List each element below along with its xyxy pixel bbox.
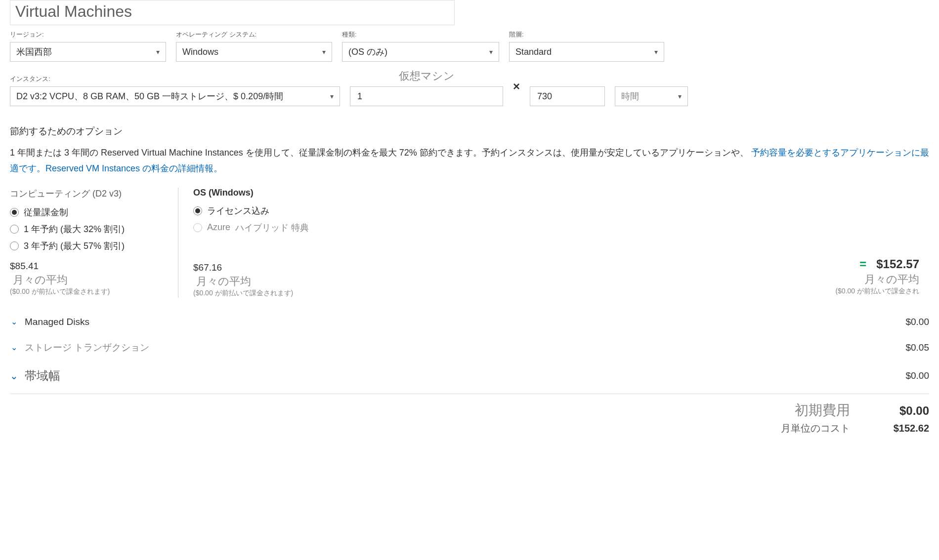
chevron-down-icon: ⌄ (10, 370, 18, 382)
chevron-down-icon: ⌄ (10, 317, 18, 326)
hours-input[interactable] (530, 86, 605, 106)
instance-select[interactable]: D2 v3:2 VCPU、8 GB RAM、50 GB 一時ストレージ、$ 0.… (10, 86, 340, 106)
subtotal-upfront: ($0.00 が前払いで課金され (346, 287, 919, 296)
equals-icon: = (859, 257, 866, 271)
time-unit-value: 時間 (621, 90, 639, 102)
chevron-down-icon: ▾ (678, 92, 682, 100)
acc-bandwidth[interactable]: ⌄ 帯域幅 $0.00 (10, 361, 929, 391)
time-unit-field: 時間 ▾ (615, 86, 688, 106)
radio-icon (10, 208, 19, 217)
compute-title: コンピューティング (D2 v3) (10, 188, 168, 200)
chevron-down-icon: ▾ (330, 92, 334, 100)
os-upfront: ($0.00 が前払いで課金されます) (193, 289, 336, 298)
acc-storage-title: ストレージ トランザクション (25, 341, 149, 354)
vm-count-input-el[interactable] (356, 91, 497, 102)
acc-storage-amount: $0.05 (905, 342, 929, 353)
compute-avg: 月々の平均 (10, 273, 168, 287)
chevron-down-icon: ⌄ (10, 343, 18, 352)
hours-field (530, 86, 605, 106)
os-col-title: OS (Windows) (193, 188, 336, 198)
region-label: リージョン: (10, 30, 166, 39)
os-field: オペレーティング システム: Windows ▾ (176, 30, 332, 62)
config-row-1: リージョン: 米国西部 ▾ オペレーティング システム: Windows ▾ 種… (10, 30, 929, 62)
radio-payg-label: 従量課金制 (24, 206, 68, 218)
acc-storage-tx[interactable]: ⌄ ストレージ トランザクション $0.05 (10, 334, 929, 361)
radio-hybrid-label-a: Azure (207, 222, 230, 233)
radio-license-label: ライセンス込み (207, 205, 269, 217)
monthly-cost-label: 月単位のコスト (781, 422, 850, 435)
chevron-down-icon: ▾ (654, 48, 658, 56)
acc-managed-disks[interactable]: ⌄ Managed Disks $0.00 (10, 310, 929, 334)
chevron-down-icon: ▾ (489, 48, 493, 56)
savings-grid: コンピューティング (D2 v3) 従量課金制 1 年予約 (最大 32% 割引… (10, 188, 929, 298)
radio-3yr[interactable]: 3 年予約 (最大 57% 割引) (10, 240, 168, 252)
multiply-icon: × (513, 80, 520, 95)
os-label: オペレーティング システム: (176, 30, 332, 39)
region-field: リージョン: 米国西部 ▾ (10, 30, 166, 62)
os-column: OS (Windows) ライセンス込み Azure ハイブリッド 特典 $67… (178, 188, 346, 298)
savings-description: 1 年間または 3 年間の Reserved Virtual Machine I… (10, 145, 929, 177)
tier-label: 階層: (509, 30, 664, 39)
vm-count-field: 仮想マシン (350, 69, 503, 106)
type-select[interactable]: (OS のみ) ▾ (342, 42, 499, 62)
instance-field: インスタンス: D2 v3:2 VCPU、8 GB RAM、50 GB 一時スト… (10, 75, 340, 106)
radio-icon (10, 225, 19, 234)
chevron-down-icon: ▾ (156, 48, 160, 56)
divider (10, 394, 929, 394)
region-value: 米国西部 (16, 46, 52, 58)
accordion: ⌄ Managed Disks $0.00 ⌄ ストレージ トランザクション $… (10, 310, 929, 391)
chevron-down-icon: ▾ (322, 48, 326, 56)
acc-disks-title: Managed Disks (25, 317, 89, 327)
config-row-2: インスタンス: D2 v3:2 VCPU、8 GB RAM、50 GB 一時スト… (10, 69, 929, 106)
tier-field: 階層: Standard ▾ (509, 30, 664, 62)
radio-3yr-label: 3 年予約 (最大 57% 割引) (24, 240, 125, 252)
acc-bw-amount: $0.00 (905, 370, 929, 381)
radio-payg[interactable]: 従量課金制 (10, 206, 168, 218)
radio-license-included[interactable]: ライセンス込み (193, 205, 336, 217)
subtotal-avg: 月々の平均 (346, 272, 919, 287)
compute-price: $85.41 (10, 261, 168, 272)
time-unit-select[interactable]: 時間 ▾ (615, 86, 688, 106)
os-avg: 月々の平均 (193, 274, 336, 289)
instance-label: インスタンス: (10, 75, 340, 83)
vm-heading: 仮想マシン (350, 69, 503, 83)
compute-column: コンピューティング (D2 v3) 従量課金制 1 年予約 (最大 32% 割引… (10, 188, 178, 298)
tier-select[interactable]: Standard ▾ (509, 42, 664, 62)
radio-icon (193, 223, 202, 232)
radio-icon (10, 241, 19, 250)
hours-input-el[interactable] (536, 91, 598, 102)
region-select[interactable]: 米国西部 ▾ (10, 42, 166, 62)
os-value: Windows (182, 47, 218, 57)
radio-1yr-label: 1 年予約 (最大 32% 割引) (24, 223, 125, 235)
type-value: (OS のみ) (348, 46, 387, 58)
radio-hybrid-label-b: ハイブリッド 特典 (235, 222, 309, 234)
acc-disks-amount: $0.00 (905, 317, 929, 327)
subtotal-line: = $152.57 (346, 257, 919, 271)
radio-1yr[interactable]: 1 年予約 (最大 32% 割引) (10, 223, 168, 235)
monthly-cost-value: $152.62 (870, 423, 929, 434)
radio-icon (193, 206, 202, 215)
type-label: 種類: (342, 30, 499, 39)
compute-upfront: ($0.00 が前払いで課金されます) (10, 287, 168, 296)
vm-count-input[interactable] (350, 86, 503, 106)
initial-cost-value: $0.00 (870, 404, 929, 418)
totals: 初期費用 $0.00 月単位のコスト $152.62 (10, 401, 929, 435)
savings-heading: 節約するためのオプション (10, 125, 929, 138)
title-card: Virtual Machines (10, 0, 455, 25)
monthly-cost-row: 月単位のコスト $152.62 (10, 422, 929, 435)
subtotal-price: $152.57 (876, 257, 919, 271)
type-field: 種類: (OS のみ) ▾ (342, 30, 499, 62)
savings-desc-text: 1 年間または 3 年間の Reserved Virtual Machine I… (10, 148, 749, 158)
os-price: $67.16 (193, 262, 336, 273)
os-select[interactable]: Windows ▾ (176, 42, 332, 62)
acc-bw-title: 帯域幅 (25, 368, 60, 384)
radio-hybrid-benefit[interactable]: Azure ハイブリッド 特典 (193, 222, 336, 234)
page-title: Virtual Machines (15, 2, 449, 21)
initial-cost-row: 初期費用 $0.00 (10, 401, 929, 420)
initial-cost-label: 初期費用 (795, 401, 850, 420)
subtotal-column: = $152.57 月々の平均 ($0.00 が前払いで課金され (346, 257, 929, 298)
tier-value: Standard (515, 47, 552, 57)
instance-value: D2 v3:2 VCPU、8 GB RAM、50 GB 一時ストレージ、$ 0.… (16, 90, 283, 102)
